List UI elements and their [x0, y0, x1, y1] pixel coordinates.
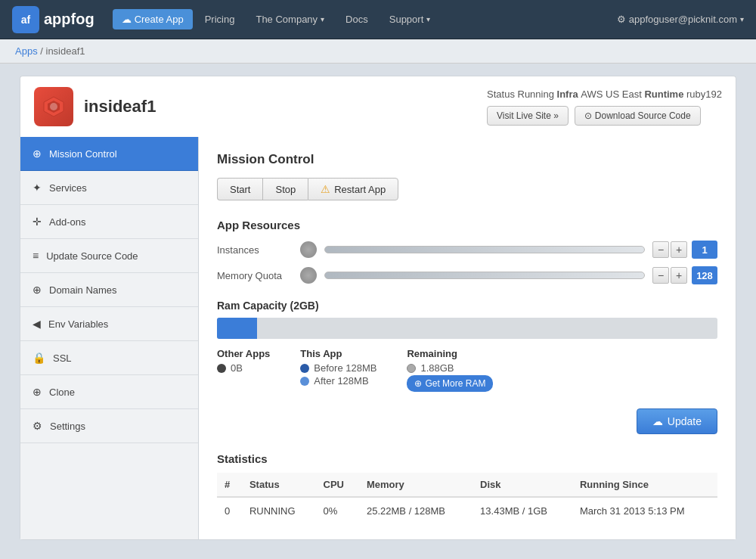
- nav-docs[interactable]: Docs: [336, 9, 377, 30]
- breadcrumb-apps-link[interactable]: Apps: [15, 45, 38, 57]
- instances-value: 1: [692, 241, 717, 259]
- sidebar-item-ssl[interactable]: 🔒 SSL: [20, 341, 198, 375]
- row-disk: 13.43MB / 1GB: [472, 497, 572, 524]
- ram-bar-used: [217, 318, 257, 339]
- instances-increase-button[interactable]: +: [671, 241, 687, 258]
- other-apps-title: Other Apps: [217, 348, 270, 359]
- visit-live-site-button[interactable]: Visit Live Site »: [487, 106, 569, 126]
- col-cpu: CPU: [316, 473, 359, 497]
- remaining-title: Remaining: [407, 348, 493, 359]
- sidebar: ⊕ Mission Control ✦ Services ✛ Add-ons ≡…: [20, 137, 199, 539]
- app-header-card: insideaf1 Status Running Infra AWS US Ea…: [20, 76, 736, 137]
- instances-slider-handle: [300, 241, 317, 258]
- user-menu[interactable]: ⚙ appfoguser@picknit.com ▾: [617, 14, 744, 25]
- chevron-down-icon-2: ▾: [426, 15, 430, 23]
- instances-decrease-button[interactable]: −: [652, 241, 669, 258]
- col-status: Status: [242, 473, 316, 497]
- table-body: 0 RUNNING 0% 25.22MB / 128MB 13.43MB / 1…: [217, 497, 717, 524]
- other-apps-legend: Other Apps 0B: [217, 348, 270, 393]
- memory-quota-slider-track[interactable]: [324, 272, 645, 279]
- ram-capacity-bar: [217, 318, 717, 339]
- services-icon: ✦: [33, 182, 42, 194]
- nav-the-company[interactable]: The Company ▾: [246, 9, 333, 30]
- memory-quota-decrease-button[interactable]: −: [652, 267, 669, 284]
- get-more-ram-item: ⊕ Get More RAM: [407, 375, 493, 392]
- ram-capacity-section: Ram Capacity (2GB) Other Apps 0B This Ap: [217, 300, 717, 393]
- sidebar-item-services[interactable]: ✦ Services: [20, 171, 198, 205]
- memory-quota-label: Memory Quota: [217, 270, 293, 281]
- nav-create-app[interactable]: ☁ Create App: [113, 9, 193, 30]
- domain-names-icon: ⊕: [33, 284, 42, 296]
- statistics-table: # Status CPU Memory Disk Running Since 0…: [217, 473, 717, 524]
- mission-control-icon: ⊕: [33, 148, 42, 160]
- memory-quota-row: Memory Quota − + 128: [217, 266, 717, 284]
- memory-quota-increase-button[interactable]: +: [671, 267, 687, 284]
- chevron-down-icon: ▾: [321, 15, 324, 23]
- nav-support[interactable]: Support ▾: [380, 9, 440, 30]
- action-buttons: Start Stop ⚠ Restart App: [217, 178, 717, 200]
- other-apps-value: 0B: [231, 362, 243, 374]
- instances-label: Instances: [217, 244, 293, 256]
- after-dot: [300, 377, 309, 386]
- row-num: 0: [217, 497, 242, 524]
- col-num: #: [217, 473, 242, 497]
- after-value: After 128MB: [314, 375, 368, 387]
- stop-button[interactable]: Stop: [262, 178, 308, 200]
- runtime-value: ruby192: [686, 89, 722, 100]
- row-running-since: March 31 2013 5:13 PM: [572, 497, 717, 524]
- runtime-label: Runtime: [644, 89, 686, 100]
- infra-value: AWS US East: [581, 89, 644, 100]
- ruby-icon: [42, 95, 66, 119]
- download-source-code-button[interactable]: ⊙ Download Source Code: [575, 106, 701, 126]
- other-apps-dot: [217, 364, 226, 373]
- sidebar-item-env-variables[interactable]: ◀ Env Variables: [20, 307, 198, 341]
- start-button[interactable]: Start: [217, 178, 262, 200]
- nav-pricing[interactable]: Pricing: [196, 9, 244, 30]
- instances-slider-track[interactable]: [324, 246, 645, 253]
- status-label: Status: [487, 89, 517, 100]
- settings-icon: ⚙: [33, 420, 42, 432]
- row-cpu: 0%: [316, 497, 359, 524]
- navbar: af appfog ☁ Create App Pricing The Compa…: [0, 0, 756, 39]
- col-memory: Memory: [359, 473, 472, 497]
- table-header: # Status CPU Memory Disk Running Since: [217, 473, 717, 497]
- after-value-item: After 128MB: [300, 375, 376, 387]
- brand-logo: af: [12, 6, 39, 33]
- infra-label: Infra: [557, 89, 581, 100]
- clone-icon: ⊕: [33, 386, 42, 398]
- nav-links: ☁ Create App Pricing The Company ▾ Docs …: [113, 9, 617, 30]
- row-status: RUNNING: [242, 497, 316, 524]
- download-icon: ⊙: [584, 110, 592, 121]
- sidebar-item-add-ons[interactable]: ✛ Add-ons: [20, 205, 198, 239]
- other-apps-value-item: 0B: [217, 362, 270, 374]
- sidebar-item-domain-names[interactable]: ⊕ Domain Names: [20, 273, 198, 307]
- status-value: Running: [518, 89, 557, 100]
- row-memory: 25.22MB / 128MB: [359, 497, 472, 524]
- memory-quota-value: 128: [692, 266, 717, 284]
- this-app-legend: This App Before 128MB After 128MB: [300, 348, 376, 393]
- app-header-buttons: Visit Live Site » ⊙ Download Source Code: [487, 106, 722, 126]
- app-resources-section: App Resources Instances − + 1 Memory Quo…: [217, 219, 717, 284]
- brand-name: appfog: [44, 11, 94, 28]
- chevron-down-icon-3: ▾: [740, 15, 744, 23]
- remaining-value-item: 1.88GB: [407, 362, 493, 374]
- ssl-icon: 🔒: [33, 352, 45, 364]
- app-icon: [34, 87, 73, 126]
- sidebar-item-clone[interactable]: ⊕ Clone: [20, 375, 198, 409]
- restart-app-button[interactable]: ⚠ Restart App: [308, 178, 398, 200]
- sidebar-item-settings[interactable]: ⚙ Settings: [20, 409, 198, 443]
- sidebar-item-mission-control[interactable]: ⊕ Mission Control: [20, 137, 198, 171]
- before-value: Before 128MB: [314, 362, 376, 374]
- env-variables-icon: ◀: [33, 318, 41, 330]
- update-button[interactable]: ☁ Update: [637, 408, 717, 434]
- update-source-icon: ≡: [33, 250, 39, 262]
- statistics-section: Statistics # Status CPU Memory Disk Runn…: [217, 452, 717, 524]
- breadcrumb-current: insideaf1: [46, 45, 85, 57]
- app-resources-title: App Resources: [217, 219, 717, 231]
- ram-capacity-title: Ram Capacity (2GB): [217, 300, 717, 312]
- sidebar-item-update-source-code[interactable]: ≡ Update Source Code: [20, 239, 198, 273]
- col-disk: Disk: [472, 473, 572, 497]
- app-header-left: insideaf1: [34, 87, 156, 126]
- get-more-ram-button[interactable]: ⊕ Get More RAM: [407, 375, 493, 392]
- col-running-since: Running Since: [572, 473, 717, 497]
